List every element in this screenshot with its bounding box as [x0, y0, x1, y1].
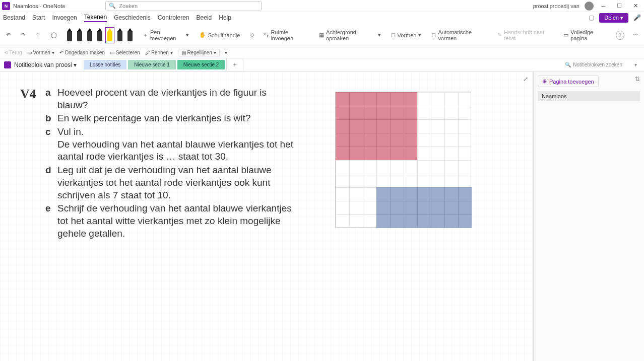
notebook-bar: Notitieblok van proosi ▾ Losse notities … [0, 58, 644, 71]
item-text-d: Leg uit dat je de verhouding van het aan… [57, 164, 294, 201]
item-text-c: Vul in. De verhouding van het aantal bla… [57, 126, 294, 163]
menu-geschiedenis[interactable]: Geschiedenis [114, 14, 151, 21]
pen-red[interactable] [76, 28, 83, 42]
share-button[interactable]: Delen ▾ [599, 13, 628, 23]
qbar-undo[interactable]: ↶ Ongedaan maken [59, 50, 105, 55]
maximize-button[interactable]: ☐ [613, 1, 626, 11]
question-number: V4 [20, 87, 45, 241]
help-icon[interactable]: ? [616, 31, 624, 40]
blue-block [376, 187, 472, 228]
menu-invoegen[interactable]: Invoegen [52, 14, 77, 21]
filter-icon[interactable]: ⇅ [635, 76, 640, 83]
menu-bestand[interactable]: Bestand [3, 14, 25, 21]
pen-green[interactable] [96, 28, 103, 42]
search-input[interactable]: 🔍 Zoeken [105, 1, 262, 11]
avatar[interactable] [585, 2, 594, 11]
ink-to-text-button: ✎ Handschrift naar tekst [495, 28, 555, 42]
menu-beeld[interactable]: Beeld [197, 14, 212, 21]
search-placeholder: Zoeken [119, 3, 138, 9]
mic-icon[interactable]: 🎤 [633, 14, 641, 21]
close-button[interactable]: ✕ [629, 1, 642, 11]
more-button[interactable]: ⋯ [630, 31, 640, 39]
item-text-a: Hoeveel procent van de vierkantjes in de… [57, 87, 294, 111]
qbar-more[interactable]: ▾ [225, 50, 227, 55]
auto-shapes-button[interactable]: ◻ Automatische vormen [429, 28, 489, 42]
user-name: proosi proosdij van [533, 3, 579, 9]
item-text-e: Schrijf de verhouding van het aantal bla… [57, 202, 294, 240]
qbar-pens[interactable]: 🖊 Pennen ▾ [145, 50, 173, 55]
full-page-button[interactable]: ▭ Volledige pagina [561, 28, 610, 42]
minimize-button[interactable]: ─ [597, 1, 610, 11]
pen-blue[interactable] [86, 28, 93, 42]
menu-controleren[interactable]: Controleren [158, 14, 189, 21]
add-section-button[interactable]: ＋ [226, 58, 243, 71]
lasso-button[interactable]: ◯ [49, 31, 59, 39]
notebook-search[interactable]: 🔍 Notitieblokken zoeken ▾ [565, 62, 640, 67]
item-letter-d: d [45, 164, 57, 201]
grid-figure [335, 92, 471, 228]
insert-space-button[interactable]: ⇆ Ruimte invoegen [262, 28, 311, 42]
pen-gallery [65, 28, 135, 42]
search-icon: 🔍 [109, 3, 116, 9]
shapes-button[interactable]: ◻ Vormen ▾ [389, 31, 424, 39]
item-letter-b: b [45, 112, 57, 125]
page-list-panel: ⊕ Pagina toevoegen ⇅ Naamloos [533, 71, 644, 361]
notebook-icon [4, 61, 11, 68]
background-button[interactable]: ▦ Achtergrond opmaken ▾ [317, 28, 383, 42]
section-tab-1[interactable]: Losse notities [84, 60, 126, 69]
section-tab-3[interactable]: Nieuwe sectie 2 [177, 60, 225, 69]
notebook-title[interactable]: Notitieblok van proosi ▾ [14, 61, 77, 68]
qbar-shapes[interactable]: ▭ Vormen ▾ [27, 50, 54, 55]
window-title: Naamloos - OneNote [13, 3, 65, 9]
undo-button[interactable]: ↶ [4, 31, 13, 39]
pen-purple[interactable] [116, 28, 123, 42]
add-pen-button[interactable]: ＋ Pen toevoegen ▾ [141, 28, 191, 42]
window-layout-icon[interactable]: ▢ [589, 14, 594, 21]
section-tab-2[interactable]: Nieuwe sectie 1 [128, 60, 176, 69]
pen-pink[interactable] [126, 28, 134, 42]
eraser-button[interactable]: ◇ [248, 31, 256, 39]
item-text-b: En welk percentage van de vierkantjes is… [57, 112, 294, 125]
menu-tekenen[interactable]: Tekenen [84, 14, 107, 22]
menu-start[interactable]: Start [32, 14, 45, 21]
pen-black[interactable] [66, 28, 73, 42]
item-letter-c: c [45, 126, 57, 163]
menu-bar: Bestand Start Invoegen Tekenen Geschiede… [0, 12, 644, 23]
redo-button[interactable]: ↷ [19, 31, 27, 39]
page-canvas[interactable]: ⤢ V4 aHoeveel procent van de vierkantjes… [0, 71, 533, 361]
title-bar: N Naamloos - OneNote 🔍 Zoeken proosi pro… [0, 0, 644, 12]
red-block [336, 92, 417, 160]
add-page-button[interactable]: ⊕ Pagina toevoegen [538, 76, 599, 87]
item-letter-e: e [45, 202, 57, 240]
page-item[interactable]: Naamloos [538, 91, 640, 101]
pen-yellow-highlighter[interactable] [106, 28, 113, 42]
menu-help[interactable]: Help [219, 14, 231, 21]
pointer-button[interactable]: ⭫ [33, 31, 43, 39]
app-icon: N [2, 2, 10, 10]
qbar-select[interactable]: ▭ Selecteren [110, 50, 140, 55]
ribbon: ↶ ↷ ⭫ ◯ ＋ Pen toevoegen ▾ ✋ Schuifhandje… [0, 23, 644, 47]
main-area: ⤢ V4 aHoeveel procent van de vierkantjes… [0, 71, 644, 361]
expand-icon[interactable]: ⤢ [523, 76, 528, 83]
quick-access-bar: ⟲ Terug ▭ Vormen ▾ ↶ Ongedaan maken ▭ Se… [0, 47, 644, 58]
pan-button[interactable]: ✋ Schuifhandje [197, 31, 242, 39]
item-letter-a: a [45, 87, 57, 111]
qbar-ruled-lines[interactable]: ▤ Regellijnen ▾ [178, 49, 220, 56]
qbar-back: ⟲ Terug [4, 50, 22, 55]
